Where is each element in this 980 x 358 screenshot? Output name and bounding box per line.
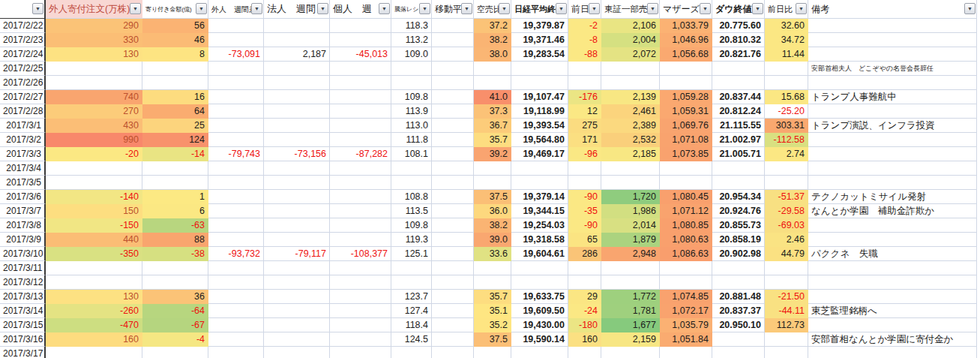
header-gaijin[interactable]: 外人寄付注文(万株)▼ — [46, 0, 142, 19]
cell-nikkei-r3[interactable] — [511, 62, 568, 76]
cell-date-r4[interactable]: 2017/2/26 — [0, 76, 46, 90]
cell-biko-r23[interactable] — [808, 347, 977, 358]
cell-gaijin_w-r19[interactable] — [208, 290, 264, 304]
cell-biko-r14[interactable] — [808, 218, 977, 233]
cell-mothers-r18[interactable] — [660, 275, 712, 290]
cell-date-r18[interactable]: 2017/3/12 — [0, 275, 46, 290]
header-zenjitsu[interactable]: 前日▼ — [568, 0, 601, 19]
cell-yoritsuke-r2[interactable]: 8 — [142, 47, 208, 62]
cell-toraku-r20[interactable]: 127.4 — [391, 304, 432, 318]
cell-karauri-r3[interactable] — [474, 62, 511, 76]
cell-toraku-r16[interactable]: 125.1 — [391, 247, 432, 261]
header-karauri[interactable]: 空売比率▼ — [474, 0, 511, 19]
cell-gaijin-r11[interactable] — [46, 176, 142, 190]
cell-nikkei-r23[interactable] — [511, 347, 568, 358]
cell-zenjitsu-r13[interactable]: -35 — [568, 204, 601, 218]
cell-zenjitsu-r11[interactable] — [568, 176, 601, 190]
cell-karauri-r9[interactable]: 39.2 — [474, 147, 511, 161]
cell-karauri-r18[interactable] — [474, 275, 511, 290]
cell-biko-r19[interactable] — [808, 290, 977, 304]
cell-dow-r21[interactable]: 20.950.10 — [712, 318, 765, 332]
cell-kojin_w-r16[interactable]: -108,377 — [330, 247, 391, 261]
cell-hojin_w-r23[interactable] — [264, 347, 330, 358]
cell-mothers-r21[interactable]: 1,035.79 — [660, 318, 712, 332]
cell-dow-r7[interactable]: 21.115.55 — [712, 119, 765, 133]
cell-toraku-r4[interactable] — [391, 76, 432, 90]
cell-karauri-r2[interactable]: 38.0 — [474, 47, 511, 62]
cell-idohei-r0[interactable] — [432, 19, 474, 33]
cell-karauri-r8[interactable]: 35.7 — [474, 133, 511, 147]
cell-kojin_w-r9[interactable]: -87,282 — [330, 147, 391, 161]
cell-toraku-r11[interactable] — [391, 176, 432, 190]
cell-gaijin-r12[interactable]: -140 — [46, 190, 142, 204]
cell-mothers-r8[interactable]: 1,071.08 — [660, 133, 712, 147]
cell-dow_hi-r3[interactable] — [765, 62, 808, 76]
cell-gaijin_w-r22[interactable] — [208, 332, 264, 347]
header-dow[interactable]: ダウ終値▼ — [712, 0, 765, 19]
cell-biko-r21[interactable] — [808, 318, 977, 332]
cell-zenjitsu-r20[interactable]: -24 — [568, 304, 601, 318]
filter-dropdown-tosho-icon[interactable]: ▼ — [647, 3, 658, 14]
cell-dow_hi-r16[interactable]: 44.79 — [765, 247, 808, 261]
cell-idohei-r3[interactable] — [432, 62, 474, 76]
cell-kojin_w-r10[interactable] — [330, 161, 391, 176]
filter-dropdown-yoritsuke-icon[interactable]: ▼ — [196, 3, 207, 14]
cell-gaijin-r6[interactable]: 270 — [46, 104, 142, 119]
cell-hojin_w-r6[interactable] — [264, 104, 330, 119]
cell-date-r23[interactable]: 2017/3/17 — [0, 347, 46, 358]
header-idohei[interactable]: 移動平均▼ — [432, 0, 474, 19]
filter-dropdown-dow-icon[interactable]: ▼ — [752, 3, 763, 14]
cell-dow-r4[interactable] — [712, 76, 765, 90]
cell-nikkei-r22[interactable]: 19,590.14 — [511, 332, 568, 347]
cell-gaijin_w-r0[interactable] — [208, 19, 264, 33]
cell-nikkei-r14[interactable]: 19,254.03 — [511, 218, 568, 233]
cell-zenjitsu-r6[interactable]: 12 — [568, 104, 601, 119]
cell-toraku-r10[interactable] — [391, 161, 432, 176]
cell-hojin_w-r8[interactable] — [264, 133, 330, 147]
cell-yoritsuke-r20[interactable]: -64 — [142, 304, 208, 318]
cell-hojin_w-r18[interactable] — [264, 275, 330, 290]
cell-dow-r22[interactable] — [712, 332, 765, 347]
cell-dow_hi-r20[interactable]: -44.11 — [765, 304, 808, 318]
cell-tosho-r8[interactable]: 2,532 — [601, 133, 660, 147]
cell-gaijin-r21[interactable]: -470 — [46, 318, 142, 332]
header-kojin_w[interactable]: 個人 週▼ — [330, 0, 391, 19]
header-gaijin_w[interactable]: 外人 週間差▼ — [208, 0, 264, 19]
cell-gaijin-r13[interactable]: 150 — [46, 204, 142, 218]
cell-karauri-r0[interactable]: 37.2 — [474, 19, 511, 33]
cell-dow-r3[interactable] — [712, 62, 765, 76]
cell-yoritsuke-r5[interactable]: 16 — [142, 90, 208, 104]
cell-karauri-r11[interactable] — [474, 176, 511, 190]
cell-hojin_w-r19[interactable] — [264, 290, 330, 304]
cell-yoritsuke-r21[interactable]: -67 — [142, 318, 208, 332]
cell-biko-r3[interactable]: 安部首相夫人 どこぞやの名誉会長辞任 — [808, 62, 977, 76]
header-mothers[interactable]: マザーズ▼ — [660, 0, 712, 19]
cell-nikkei-r11[interactable] — [511, 176, 568, 190]
cell-hojin_w-r10[interactable] — [264, 161, 330, 176]
cell-hojin_w-r13[interactable] — [264, 204, 330, 218]
cell-gaijin_w-r21[interactable] — [208, 318, 264, 332]
cell-gaijin_w-r7[interactable] — [208, 119, 264, 133]
cell-dow-r10[interactable] — [712, 161, 765, 176]
cell-yoritsuke-r10[interactable] — [142, 161, 208, 176]
cell-zenjitsu-r15[interactable]: 65 — [568, 233, 601, 247]
filter-dropdown-zenjitsu-icon[interactable]: ▼ — [589, 3, 600, 14]
cell-kojin_w-r3[interactable] — [330, 62, 391, 76]
cell-zenjitsu-r0[interactable]: -2 — [568, 19, 601, 33]
cell-yoritsuke-r3[interactable] — [142, 62, 208, 76]
cell-mothers-r23[interactable] — [660, 347, 712, 358]
cell-gaijin_w-r5[interactable] — [208, 90, 264, 104]
cell-toraku-r8[interactable]: 111.8 — [391, 133, 432, 147]
cell-biko-r10[interactable] — [808, 161, 977, 176]
cell-karauri-r22[interactable]: 37.5 — [474, 332, 511, 347]
cell-idohei-r17[interactable] — [432, 261, 474, 275]
cell-karauri-r20[interactable]: 35.1 — [474, 304, 511, 318]
cell-gaijin_w-r16[interactable]: -93,732 — [208, 247, 264, 261]
cell-karauri-r14[interactable]: 38.2 — [474, 218, 511, 233]
cell-dow_hi-r22[interactable] — [765, 332, 808, 347]
cell-date-r1[interactable]: 2017/2/23 — [0, 33, 46, 47]
cell-tosho-r7[interactable]: 2,389 — [601, 119, 660, 133]
cell-tosho-r5[interactable]: 2,139 — [601, 90, 660, 104]
cell-dow-r13[interactable]: 20.924.76 — [712, 204, 765, 218]
cell-dow_hi-r14[interactable]: -69.03 — [765, 218, 808, 233]
